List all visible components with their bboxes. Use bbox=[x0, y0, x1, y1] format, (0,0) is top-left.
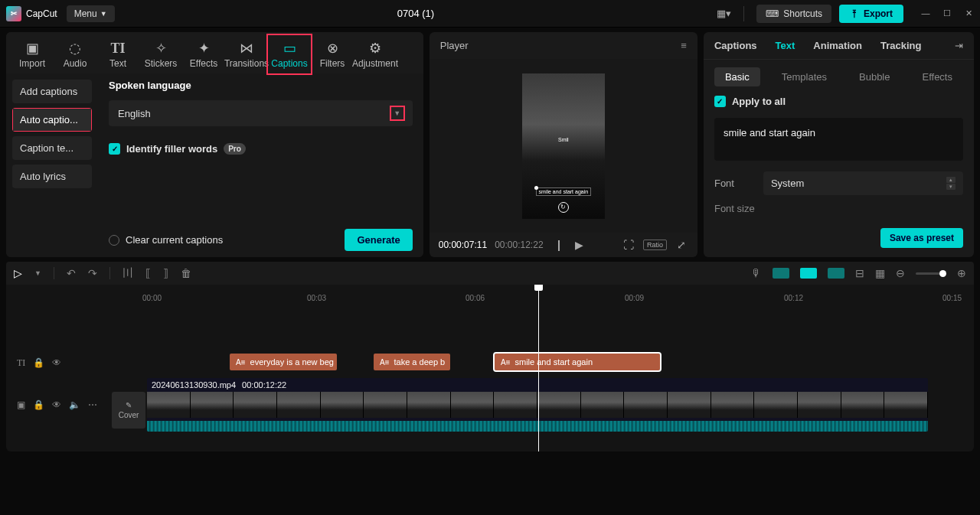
caption-track-head: TI 🔒 👁 bbox=[6, 357, 112, 369]
rotate-handle-icon: ↻ bbox=[558, 202, 569, 213]
redo-icon[interactable]: ↷ bbox=[88, 267, 97, 279]
align-icon[interactable]: ⊟ bbox=[855, 267, 864, 279]
mute-icon[interactable]: 🔈 bbox=[69, 399, 80, 410]
delete-icon[interactable]: 🗑 bbox=[181, 267, 191, 279]
caption-text-input[interactable]: smile and start again bbox=[714, 118, 963, 161]
language-select[interactable]: English ▼ bbox=[109, 100, 413, 126]
captions-icon: ▭ bbox=[283, 40, 296, 57]
ratio-button[interactable]: Ratio bbox=[643, 240, 667, 250]
chevron-down-icon[interactable]: ▼ bbox=[34, 269, 41, 277]
menu-button[interactable]: Menu ▼ bbox=[67, 5, 115, 22]
subtab-basic[interactable]: Basic bbox=[714, 67, 760, 86]
identify-filler-row[interactable]: ✓ Identify filler words Pro bbox=[109, 143, 413, 155]
playhead[interactable] bbox=[538, 285, 539, 451]
transitions-icon: ⋈ bbox=[240, 40, 253, 57]
sidebar-item-add-captions[interactable]: Add captions bbox=[12, 80, 92, 103]
tool-tabs: ▣Import ◌Audio TIText ✧Stickers ✦Effects… bbox=[6, 32, 423, 73]
ruler-mark: 00:12 bbox=[784, 294, 803, 302]
tab-adjustment[interactable]: ⚙Adjustment bbox=[354, 35, 397, 73]
trim-right-icon[interactable]: ⟧ bbox=[163, 267, 168, 279]
subtab-effects[interactable]: Effects bbox=[911, 67, 963, 86]
sidebar-item-caption-templates[interactable]: Caption te... bbox=[12, 136, 92, 160]
export-button[interactable]: ⭱ Export bbox=[839, 5, 903, 23]
select-tool-icon[interactable]: ▷ bbox=[14, 267, 22, 279]
trim-left-icon[interactable]: ⟦ bbox=[145, 267, 151, 279]
clip-thumbnails bbox=[147, 392, 928, 418]
caption-clip[interactable]: A≡ everyday is a new beg bbox=[230, 354, 337, 370]
prev-frame-icon[interactable]: ||| bbox=[551, 239, 565, 251]
lock-icon[interactable]: 🔒 bbox=[33, 357, 44, 368]
pro-badge: Pro bbox=[224, 143, 246, 155]
scale-icon[interactable]: ⛶ bbox=[622, 239, 635, 251]
more-tabs-icon[interactable]: ⇥ bbox=[955, 40, 963, 51]
cover-button[interactable]: ✎ Cover bbox=[112, 392, 145, 429]
logo-area: CapCut bbox=[6, 6, 57, 21]
radio-unchecked-icon bbox=[109, 235, 119, 246]
clear-captions-row[interactable]: Clear current captions bbox=[109, 234, 223, 246]
magnet-icon[interactable] bbox=[800, 268, 817, 279]
export-label: Export bbox=[864, 8, 893, 19]
zoom-slider[interactable] bbox=[916, 272, 946, 275]
adjustment-icon: ⚙ bbox=[369, 40, 381, 57]
lock-icon[interactable]: 🔒 bbox=[33, 399, 44, 410]
tab-captions[interactable]: ▭Captions bbox=[268, 35, 311, 73]
player-menu-icon[interactable]: ≡ bbox=[681, 40, 687, 51]
video-preview: Smil smile and start again ↻ bbox=[522, 73, 605, 219]
tab-stickers[interactable]: ✧Stickers bbox=[139, 35, 182, 73]
minimize-button[interactable]: — bbox=[920, 8, 931, 18]
link-icon[interactable] bbox=[828, 268, 844, 279]
play-button[interactable]: ▶ bbox=[573, 239, 586, 251]
tab-tracking[interactable]: Tracking bbox=[880, 40, 921, 51]
apply-all-row[interactable]: ✓ Apply to all bbox=[704, 94, 974, 115]
layout-icon[interactable]: ▦▾ bbox=[717, 8, 731, 19]
eye-icon[interactable]: 👁 bbox=[52, 357, 61, 368]
subtab-templates[interactable]: Templates bbox=[771, 67, 838, 86]
shortcuts-button[interactable]: ⌨ Shortcuts bbox=[756, 5, 831, 23]
titlebar-right: ▦▾ ⌨ Shortcuts ⭱ Export — ☐ ✕ bbox=[717, 5, 974, 23]
tab-import[interactable]: ▣Import bbox=[11, 35, 54, 73]
timeline[interactable]: 00:00 00:03 00:06 00:09 00:12 00:15 TI 🔒… bbox=[6, 285, 974, 451]
zoom-in-icon[interactable]: ⊕ bbox=[957, 267, 966, 279]
caption-clip[interactable]: A≡ take a deep b bbox=[374, 354, 450, 370]
mic-icon[interactable]: 🎙 bbox=[751, 267, 762, 279]
stickers-icon: ✧ bbox=[155, 40, 167, 57]
caption-clip-selected[interactable]: A≡ smile and start again bbox=[495, 354, 660, 370]
zoom-out-icon[interactable]: ⊖ bbox=[896, 267, 905, 279]
tab-captions-inspector[interactable]: Captions bbox=[714, 40, 757, 51]
subtab-bubble[interactable]: Bubble bbox=[848, 67, 900, 86]
tab-text[interactable]: TIText bbox=[96, 35, 139, 73]
generate-button[interactable]: Generate bbox=[345, 229, 412, 251]
tab-effects[interactable]: ✦Effects bbox=[182, 35, 225, 73]
time-duration: 00:00:12:22 bbox=[495, 240, 543, 250]
video-clip[interactable]: 20240613130930.mp4 00:00:12:22 bbox=[147, 378, 928, 432]
chevron-down-icon: ▼ bbox=[100, 10, 107, 18]
snap-toggle-icon[interactable] bbox=[773, 268, 789, 279]
tab-animation[interactable]: Animation bbox=[813, 40, 862, 51]
tab-transitions[interactable]: ⋈Transitions bbox=[225, 35, 268, 73]
more-icon[interactable]: ⋯ bbox=[88, 399, 97, 410]
timeline-ruler[interactable]: 00:00 00:03 00:06 00:09 00:12 00:15 bbox=[112, 289, 974, 309]
save-preset-button[interactable]: Save as preset bbox=[880, 228, 963, 248]
split-icon[interactable]: 〣 bbox=[122, 266, 133, 280]
preview-text-mid: Smil bbox=[558, 137, 569, 142]
captions-sidebar: Add captions Auto captio... Caption te..… bbox=[6, 73, 98, 257]
stepper-icon[interactable]: ▴▾ bbox=[946, 177, 956, 190]
close-button[interactable]: ✕ bbox=[963, 8, 974, 18]
tab-text-inspector[interactable]: Text bbox=[776, 40, 795, 51]
language-value: English bbox=[118, 108, 151, 119]
tab-audio[interactable]: ◌Audio bbox=[54, 35, 96, 73]
player-body[interactable]: Smil smile and start again ↻ bbox=[430, 59, 697, 233]
ruler-mark: 00:06 bbox=[466, 294, 485, 302]
eye-icon[interactable]: 👁 bbox=[52, 399, 61, 410]
sidebar-item-auto-captions[interactable]: Auto captio... bbox=[12, 108, 92, 132]
undo-icon[interactable]: ↶ bbox=[67, 267, 76, 279]
maximize-button[interactable]: ☐ bbox=[942, 8, 952, 18]
tab-filters[interactable]: ⊗Filters bbox=[311, 35, 354, 73]
workspace: ▣Import ◌Audio TIText ✧Stickers ✦Effects… bbox=[0, 28, 980, 257]
app-name: CapCut bbox=[26, 8, 57, 19]
preview-icon[interactable]: ▦ bbox=[875, 267, 885, 279]
fullscreen-icon[interactable]: ⤢ bbox=[675, 239, 688, 251]
font-select[interactable]: System ▴▾ bbox=[763, 171, 963, 195]
sidebar-item-auto-lyrics[interactable]: Auto lyrics bbox=[12, 165, 92, 188]
fontsize-label: Font size bbox=[704, 203, 974, 217]
